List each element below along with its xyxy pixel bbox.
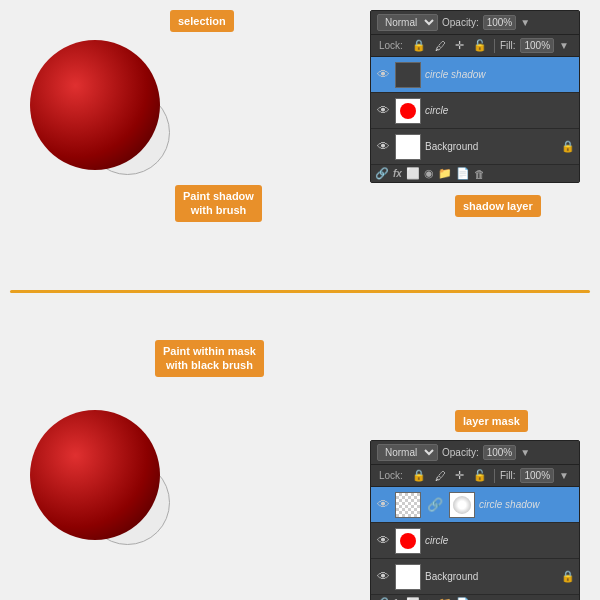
lock-icon-bg-b: 🔒	[561, 570, 575, 583]
layer-row-circle[interactable]: 👁 circle	[371, 93, 579, 129]
fill-label-bottom: Fill:	[500, 470, 516, 481]
opacity-label-top: Opacity:	[442, 17, 479, 28]
lock-label-bottom: Lock:	[377, 469, 405, 482]
layer-name-shadow: circle shadow	[425, 69, 575, 80]
bottom-section: Paint within mask with black brush layer…	[0, 295, 600, 600]
top-section: selection Paint shadow with brush Normal…	[0, 0, 600, 290]
link-chain-icon: 🔗	[427, 497, 443, 512]
circle-thumb-dot-b	[400, 533, 416, 549]
lock-transparent-icon-b[interactable]: 🖊	[433, 469, 448, 483]
layer-thumb-circle-b	[395, 528, 421, 554]
eye-icon-shadow[interactable]: 👁	[375, 67, 391, 82]
blend-mode-dropdown-top[interactable]: Normal	[377, 14, 438, 31]
sphere-top	[30, 40, 160, 170]
lock-transparent-icon[interactable]: 🖊	[433, 39, 448, 53]
lock-position-icon[interactable]: 🔓	[471, 38, 489, 53]
layer-name-circle-b: circle	[425, 535, 575, 546]
blend-mode-dropdown-bottom[interactable]: Normal	[377, 444, 438, 461]
lock-image-icon-b[interactable]: ✛	[453, 468, 466, 483]
opacity-value-bottom: 100%	[483, 445, 517, 460]
lock-all-icon[interactable]: 🔒	[410, 38, 428, 53]
eye-icon-bg[interactable]: 👁	[375, 139, 391, 154]
fx-icon[interactable]: fx	[393, 168, 402, 179]
layer-row-circle-shadow[interactable]: 👁 circle shadow	[371, 57, 579, 93]
annotation-layer-mask: layer mask	[455, 410, 528, 432]
toolbar-sep	[494, 39, 495, 53]
layer-name-bg-b: Background	[425, 571, 557, 582]
layer-name-bg: Background	[425, 141, 557, 152]
annotation-paint-shadow: Paint shadow with brush	[175, 185, 262, 222]
toolbar-sep-b	[494, 469, 495, 483]
layer-mask-thumb	[449, 492, 475, 518]
layer-name-circle: circle	[425, 105, 575, 116]
layer-thumb-circle	[395, 98, 421, 124]
circle-thumb-dot	[400, 103, 416, 119]
panel-header-bottom: Normal Opacity: 100% ▼	[371, 441, 579, 464]
opacity-arrow-bottom[interactable]: ▼	[520, 447, 530, 458]
layer-thumb-bg	[395, 134, 421, 160]
panel-toolbar-top: Lock: 🔒 🖊 ✛ 🔓 Fill: 100% ▼	[371, 34, 579, 57]
opacity-arrow-top[interactable]: ▼	[520, 17, 530, 28]
lock-image-icon[interactable]: ✛	[453, 38, 466, 53]
lock-icon-bg: 🔒	[561, 140, 575, 153]
eye-icon-circle-b[interactable]: 👁	[375, 533, 391, 548]
lock-label-top: Lock:	[377, 39, 405, 52]
bottom-panel: Normal Opacity: 100% ▼ Lock: 🔒 🖊 ✛ 🔓 Fil…	[370, 440, 580, 600]
panel-footer-bottom: 🔗 fx ⬜ ◉ 📁 📄 🗑	[371, 595, 579, 600]
layer-row-circle-b[interactable]: 👁 circle	[371, 523, 579, 559]
fill-label-top: Fill:	[500, 40, 516, 51]
annotation-selection: selection	[170, 10, 234, 32]
lock-all-icon-b[interactable]: 🔒	[410, 468, 428, 483]
panel-footer-top: 🔗 fx ⬜ ◉ 📁 📄 🗑	[371, 165, 579, 182]
panel-toolbar-bottom: Lock: 🔒 🖊 ✛ 🔓 Fill: 100% ▼	[371, 464, 579, 487]
fill-value-bottom: 100%	[520, 468, 554, 483]
eye-icon-shadow-b[interactable]: 👁	[375, 497, 391, 512]
eye-icon-bg-b[interactable]: 👁	[375, 569, 391, 584]
fill-value-top: 100%	[520, 38, 554, 53]
lock-position-icon-b[interactable]: 🔓	[471, 468, 489, 483]
opacity-label-bottom: Opacity:	[442, 447, 479, 458]
adjustment-icon[interactable]: ◉	[424, 167, 434, 180]
layer-row-circle-shadow-b[interactable]: 👁 🔗 circle shadow	[371, 487, 579, 523]
panel-header-top: Normal Opacity: 100% ▼	[371, 11, 579, 34]
annotation-shadow-layer: shadow layer	[455, 195, 541, 217]
delete-icon[interactable]: 🗑	[474, 168, 485, 180]
top-panel: Normal Opacity: 100% ▼ Lock: 🔒 🖊 ✛ 🔓 Fil…	[370, 10, 580, 183]
layer-name-shadow-b: circle shadow	[479, 499, 575, 510]
layer-thumb-shadow	[395, 62, 421, 88]
layer-row-background[interactable]: 👁 Background 🔒	[371, 129, 579, 165]
layer-thumb-shadow-b	[395, 492, 421, 518]
eye-icon-circle[interactable]: 👁	[375, 103, 391, 118]
fill-arrow-top[interactable]: ▼	[559, 40, 569, 51]
mask-icon[interactable]: ⬜	[406, 167, 420, 180]
section-divider	[10, 290, 590, 293]
link-icon[interactable]: 🔗	[375, 167, 389, 180]
new-layer-icon[interactable]: 📄	[456, 167, 470, 180]
opacity-value-top: 100%	[483, 15, 517, 30]
layer-thumb-bg-b	[395, 564, 421, 590]
fill-arrow-bottom[interactable]: ▼	[559, 470, 569, 481]
mask-thumb-circle	[453, 496, 471, 514]
folder-icon[interactable]: 📁	[438, 167, 452, 180]
layer-row-bg-b[interactable]: 👁 Background 🔒	[371, 559, 579, 595]
annotation-paint-mask: Paint within mask with black brush	[155, 340, 264, 377]
sphere-bottom	[30, 410, 160, 540]
